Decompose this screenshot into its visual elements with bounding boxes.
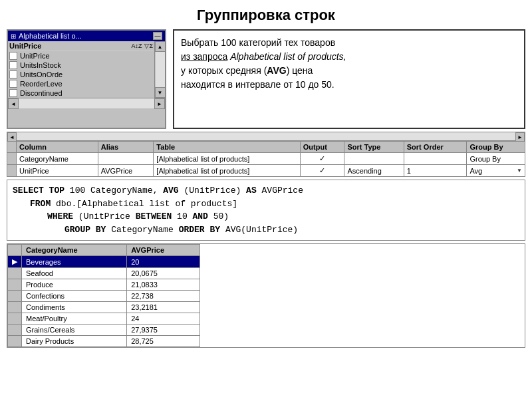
result-row-dairy-marker	[8, 336, 22, 347]
results-section: CategoryName AVGPrice ▶ Beverages 20 Sea…	[7, 243, 525, 348]
qbe-col-indicator	[7, 142, 17, 153]
field-row-discontinued[interactable]: Discontinued	[8, 88, 154, 98]
qbe-col-output: Output	[300, 142, 344, 153]
qbe-grid-section: Column Alias Table Output Sort Type Sort…	[0, 141, 532, 177]
result-row-condiments-marker	[8, 302, 22, 313]
sql-line4-rest: CategoryName	[111, 225, 178, 235]
field-row-unitsonorde[interactable]: UnitsOnOrde	[8, 70, 154, 79]
qbe-scroll-right[interactable]: ►	[515, 132, 525, 142]
result-row-grains[interactable]: Grains/Cereals 27,9375	[8, 325, 200, 336]
result-row-beverages[interactable]: ▶ Beverages 20	[8, 256, 200, 268]
qbe-row1-output[interactable]: ✓	[300, 153, 344, 165]
qbe-row1-column[interactable]: CategoryName	[17, 153, 98, 165]
close-button[interactable]: —	[153, 32, 162, 40]
qbe-col-alias: Alias	[98, 142, 154, 153]
qbe-h-scrollbar[interactable]: ◄ ►	[7, 132, 525, 141]
qbe-row2-indicator	[7, 165, 17, 177]
qbe-col-groupby: Group By	[467, 142, 525, 153]
result-beverages-avg: 20	[127, 256, 200, 268]
result-dairy-avg: 28,725	[127, 336, 200, 347]
sql-line3-rest3: 50)	[213, 211, 229, 221]
result-seafood-category: Seafood	[22, 268, 127, 279]
desc-line3-prefix: у которых средняя (	[181, 65, 267, 76]
results-col-indicator	[8, 245, 22, 256]
result-meatpoultry-avg: 24	[127, 313, 200, 325]
result-dairy-category: Dairy Products	[22, 336, 127, 347]
result-grains-category: Grains/Cereals	[22, 325, 127, 336]
window-title-icon: ⊞	[11, 33, 16, 40]
result-seafood-avg: 20,0675	[127, 268, 200, 279]
vertical-scrollbar[interactable]: ▲ ▼	[154, 41, 165, 98]
result-row-grains-marker	[8, 325, 22, 336]
filter-icon[interactable]: ▽Σ	[144, 43, 153, 49]
sql-line3: WHERE (UnitPrice BETWEEN 10 AND 50)	[13, 210, 519, 223]
qbe-row2-alias[interactable]: AVGPrice	[98, 165, 154, 177]
result-row-meatpoultry-marker	[8, 313, 22, 325]
qbe-row1-alias[interactable]	[98, 153, 154, 165]
sql-line2-rest: dbo.[Alphabetical list of products]	[56, 199, 237, 209]
result-row-condiments[interactable]: Condiments 23,2181	[8, 302, 200, 313]
sql-kw-between: BETWEEN	[136, 211, 172, 221]
scroll-up-button[interactable]: ▲	[155, 41, 166, 52]
results-col-category: CategoryName	[22, 245, 127, 256]
scroll-down-button[interactable]: ▼	[155, 87, 166, 98]
result-condiments-avg: 23,2181	[127, 302, 200, 313]
qbe-row-1[interactable]: CategoryName [Alphabetical list of produ…	[7, 153, 525, 165]
result-row-produce[interactable]: Produce 21,0833	[8, 279, 200, 291]
sql-line1-rest3: AVGPrice	[262, 186, 303, 196]
qbe-row2-column[interactable]: UnitPrice	[17, 165, 98, 177]
field-checkbox-reorderleve[interactable]	[9, 80, 17, 88]
horiz-scroll-track	[19, 98, 154, 108]
scroll-left-button[interactable]: ◄	[8, 98, 19, 109]
desc-italic-text: Alphabetical list of products,	[227, 51, 346, 62]
sql-kw-select: SELECT TOP	[13, 186, 65, 196]
sql-line4: GROUP BY CategoryName ORDER BY AVG(UnitP…	[13, 223, 519, 237]
qbe-row2-output[interactable]: ✓	[300, 165, 344, 177]
sql-line3-rest2: 10	[177, 211, 192, 221]
result-row-seafood[interactable]: Seafood 20,0675	[8, 268, 200, 279]
scroll-track	[156, 52, 165, 87]
qbe-col-sortorder: Sort Order	[404, 142, 467, 153]
qbe-row-2[interactable]: UnitPrice AVGPrice [Alphabetical list of…	[7, 165, 525, 177]
sql-line1-rest2: (UnitPrice)	[184, 186, 246, 196]
result-produce-category: Produce	[22, 279, 127, 291]
qbe-row1-sorttype[interactable]	[344, 153, 404, 165]
field-checkbox-discontinued[interactable]	[9, 89, 17, 97]
description-panel: Выбрать 100 категорий тех товаров из зап…	[173, 29, 525, 129]
qbe-row2-sorttype[interactable]: Ascending	[344, 165, 404, 177]
qbe-row2-table[interactable]: [Alphabetical list of products]	[154, 165, 300, 177]
field-checkbox-unitsonorde[interactable]	[9, 70, 17, 78]
result-row-produce-marker	[8, 279, 22, 291]
qbe-row1-table[interactable]: [Alphabetical list of products]	[154, 153, 300, 165]
qbe-row1-indicator	[7, 153, 17, 165]
field-row-reorderleve[interactable]: ReorderLeve	[8, 79, 154, 88]
results-table: CategoryName AVGPrice ▶ Beverages 20 Sea…	[7, 244, 200, 347]
groupby-dropdown-arrow[interactable]: ▼	[517, 168, 522, 174]
result-row-confections[interactable]: Confections 22,738	[8, 291, 200, 302]
sql-section: SELECT TOP 100 CategoryName, AVG (UnitPr…	[7, 180, 525, 241]
field-checkbox-unitsinstock[interactable]	[9, 61, 17, 69]
qbe-scroll-left[interactable]: ◄	[7, 132, 17, 142]
sql-kw-orderby: ORDER BY	[179, 225, 220, 235]
horizontal-scrollbar[interactable]: ◄ ►	[8, 98, 165, 108]
result-produce-avg: 21,0833	[127, 279, 200, 291]
result-row-seafood-marker	[8, 268, 22, 279]
result-grains-avg: 27,9375	[127, 325, 200, 336]
desc-line1: Выбрать 100 категорий тех товаров	[181, 37, 335, 48]
qbe-row1-sortorder[interactable]	[404, 153, 467, 165]
result-row-beverages-marker: ▶	[8, 256, 22, 268]
result-row-dairy[interactable]: Dairy Products 28,725	[8, 336, 200, 347]
qbe-scroll-track-h	[17, 132, 515, 140]
qbe-row2-sortorder[interactable]: 1	[404, 165, 467, 177]
sql-kw-as: AS	[246, 186, 257, 196]
result-row-meatpoultry[interactable]: Meat/Poultry 24	[8, 313, 200, 325]
query-window: ⊞ Alphabetical list o... — UnitPrice A↕Z…	[7, 29, 166, 129]
field-row-unitprice[interactable]: UnitPrice	[8, 51, 154, 61]
scroll-right-button[interactable]: ►	[154, 98, 165, 109]
sort-az-icon[interactable]: A↕Z	[131, 43, 142, 49]
page-title: Группировка строк	[0, 0, 532, 29]
qbe-row2-groupby[interactable]: Avg ▼	[467, 165, 525, 177]
field-checkbox-unitprice[interactable]	[9, 52, 17, 60]
qbe-row1-groupby[interactable]: Group By	[467, 153, 525, 165]
field-row-unitsinstock[interactable]: UnitsInStock	[8, 61, 154, 70]
